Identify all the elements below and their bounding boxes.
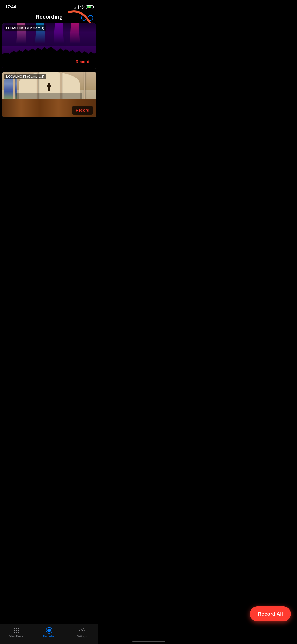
main-content	[0, 117, 98, 206]
status-time: 17:44	[5, 5, 16, 10]
signal-icon	[74, 5, 79, 9]
cross-horizontal	[47, 85, 51, 87]
camera-card-2: LOCALHOST (Camera 2)	[2, 72, 96, 117]
church-cross	[47, 83, 51, 87]
oo-circle-right	[88, 15, 93, 21]
cameras-container: LOCALHOST (Camera 1) Record LOCALHOST (C…	[0, 23, 98, 117]
page-header: Recording	[0, 13, 98, 23]
wifi-icon	[80, 5, 85, 9]
record-mode-icon[interactable]	[81, 15, 93, 21]
camera-card-1: LOCALHOST (Camera 1) Record	[2, 23, 96, 69]
oo-circle-left	[81, 15, 87, 21]
page-title: Recording	[36, 14, 63, 20]
camera1-record-btn[interactable]: Record	[72, 58, 93, 66]
light-beam-4	[70, 23, 80, 44]
battery-icon: ⚡	[86, 5, 93, 9]
light-beam-3	[54, 23, 64, 44]
status-icons: ⚡	[74, 5, 93, 9]
camera1-label: LOCALHOST (Camera 1)	[4, 25, 46, 31]
camera2-record-btn[interactable]: Record	[72, 106, 93, 115]
cross-vertical	[48, 83, 50, 91]
camera2-record-label: Record	[76, 108, 89, 112]
status-bar: 17:44 ⚡	[0, 0, 98, 13]
camera1-record-label: Record	[76, 60, 89, 64]
camera2-label: LOCALHOST (Camera 2)	[4, 74, 46, 79]
